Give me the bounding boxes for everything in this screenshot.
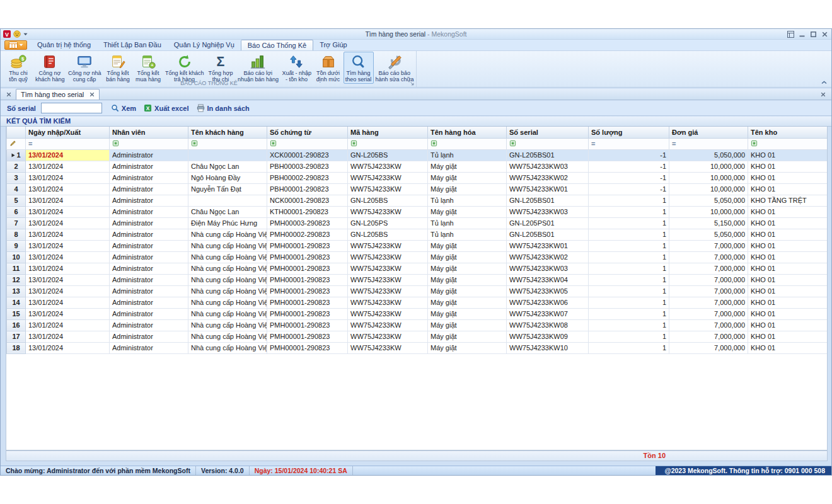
cell[interactable]: 7,000,000 xyxy=(669,342,748,353)
row-number[interactable]: 15 xyxy=(7,308,26,319)
cell[interactable]: 5,050,000 xyxy=(669,195,748,206)
ribbon-button-6[interactable]: Tổng kết kháchtrả hàng xyxy=(163,52,205,84)
cell[interactable]: Nhà cung cấp Hoàng Việt xyxy=(188,319,267,331)
column-header-4[interactable]: Số chứng từ xyxy=(267,127,348,138)
column-header-3[interactable]: Tên khách hàng xyxy=(188,127,267,138)
cell[interactable]: 13/01/2024 xyxy=(26,285,110,297)
cell[interactable]: 7,000,000 xyxy=(669,331,748,342)
column-header-10[interactable]: Tên kho xyxy=(748,127,828,138)
cell[interactable]: 1 xyxy=(589,342,669,353)
cell[interactable]: WW75J4233KW03 xyxy=(507,206,589,217)
cell[interactable]: Nhà cung cấp Hoàng Việt xyxy=(188,229,267,240)
cell[interactable]: Máy giặt xyxy=(428,263,507,274)
table-row[interactable]: 1413/01/2024AdministratorNhà cung cấp Ho… xyxy=(7,297,828,308)
ribbon-tab-3[interactable]: Quản Lý Nghiệp Vụ xyxy=(168,40,241,50)
cell[interactable]: Nhà cung cấp Hoàng Việt xyxy=(188,297,267,308)
cell[interactable]: 5,050,000 xyxy=(669,229,748,240)
cell[interactable]: KHO 01 xyxy=(748,149,828,161)
cell[interactable]: WW75J4233KW xyxy=(348,274,428,285)
cell[interactable]: GN-L205PS01 xyxy=(507,217,589,229)
cell[interactable]: PMH00001-290823 xyxy=(267,285,348,297)
cell[interactable]: WW75J4233KW01 xyxy=(507,240,589,251)
close-icon[interactable] xyxy=(821,31,828,38)
ribbon-tab-5[interactable]: Trợ Giúp xyxy=(313,40,353,50)
cell[interactable]: Điện Máy Phúc Hưng xyxy=(188,217,267,229)
cell[interactable]: PMH00001-290823 xyxy=(267,342,348,353)
table-row[interactable]: 913/01/2024AdministratorNhà cung cấp Hoà… xyxy=(7,240,828,251)
cell[interactable]: Tủ lạnh xyxy=(428,217,507,229)
cell[interactable]: Administrator xyxy=(110,297,188,308)
cell[interactable]: WW75J4233KW xyxy=(348,285,428,297)
cell[interactable]: 13/01/2024 xyxy=(26,331,110,342)
cell[interactable]: Administrator xyxy=(110,263,188,274)
table-row[interactable]: 1513/01/2024AdministratorNhà cung cấp Ho… xyxy=(7,308,828,319)
filter-cell-4[interactable] xyxy=(267,138,348,149)
cell[interactable]: WW75J4233KW03 xyxy=(507,161,589,172)
cell[interactable]: PMH00001-290823 xyxy=(267,308,348,319)
filter-cell-6[interactable] xyxy=(428,138,507,149)
cell[interactable]: 1 xyxy=(589,217,669,229)
cell[interactable]: 13/01/2024 xyxy=(26,161,110,172)
doc-tab-close-icon[interactable] xyxy=(90,92,95,97)
ribbon-button-10[interactable]: Tồn dướiđịnh mức xyxy=(313,52,344,84)
cell[interactable]: Administrator xyxy=(110,331,188,342)
cell[interactable]: Nhà cung cấp Hoàng Việt xyxy=(188,308,267,319)
cell[interactable]: PBH00003-290823 xyxy=(267,161,348,172)
cell[interactable]: WW75J4233KW xyxy=(348,251,428,263)
cell[interactable]: WW75J4233KW06 xyxy=(507,297,589,308)
cell[interactable]: 13/01/2024 xyxy=(26,274,110,285)
cell[interactable]: WW75J4233KW xyxy=(348,161,428,172)
cell[interactable]: 1 xyxy=(589,331,669,342)
cell[interactable]: -1 xyxy=(589,149,669,161)
column-header-2[interactable]: Nhân viên xyxy=(110,127,188,138)
cell[interactable]: Tủ lạnh xyxy=(428,195,507,206)
row-number[interactable]: 3 xyxy=(7,172,26,183)
cell[interactable]: 5,050,000 xyxy=(669,149,748,161)
cell[interactable]: KHO 01 xyxy=(748,183,828,195)
cell[interactable]: 1 xyxy=(589,251,669,263)
minimize-icon[interactable] xyxy=(799,31,806,38)
cell[interactable]: Máy giặt xyxy=(428,251,507,263)
app-menu-button[interactable] xyxy=(4,40,27,50)
row-number[interactable]: 5 xyxy=(7,195,26,206)
table-row[interactable]: 513/01/2024AdministratorNCK00001-290823G… xyxy=(7,195,828,206)
cell[interactable]: KHO 01 xyxy=(748,274,828,285)
cell[interactable]: Máy giặt xyxy=(428,240,507,251)
cell[interactable]: GN-L205BS xyxy=(348,195,428,206)
cell[interactable]: 1 xyxy=(589,297,669,308)
cell[interactable]: KHO 01 xyxy=(748,240,828,251)
ribbon-button-12[interactable]: Báo cáo bảohành sửa chữa xyxy=(374,52,416,84)
filter-cell-3[interactable] xyxy=(188,138,267,149)
ribbon-button-1[interactable]: $Thu chitồn quỹ xyxy=(3,52,33,84)
cell[interactable]: PMH00001-290823 xyxy=(267,240,348,251)
cell[interactable]: 1 xyxy=(589,206,669,217)
ribbon-button-4[interactable]: Tổng kếtbán hàng xyxy=(103,52,133,84)
cell[interactable]: Administrator xyxy=(110,274,188,285)
cell[interactable]: Administrator xyxy=(110,206,188,217)
cell[interactable]: Nhà cung cấp Hoàng Việt xyxy=(188,342,267,353)
filter-cell-1[interactable]: = xyxy=(26,138,110,149)
cell[interactable]: WW75J4233KW03 xyxy=(507,263,589,274)
cell[interactable]: Châu Ngọc Lan xyxy=(188,161,267,172)
column-header-8[interactable]: Số lượng xyxy=(589,127,669,138)
cell[interactable]: GN-L205BS01 xyxy=(507,229,589,240)
column-header-7[interactable]: Số serial xyxy=(507,127,589,138)
cell[interactable]: 7,000,000 xyxy=(669,240,748,251)
cell[interactable]: 13/01/2024 xyxy=(26,308,110,319)
cell[interactable]: Administrator xyxy=(110,240,188,251)
cell[interactable]: -1 xyxy=(589,183,669,195)
cell[interactable]: 1 xyxy=(589,195,669,206)
cell[interactable]: WW75J4233KW08 xyxy=(507,319,589,331)
cell[interactable]: Nhà cung cấp Hoàng Việt xyxy=(188,331,267,342)
cell[interactable]: Máy giặt xyxy=(428,297,507,308)
cell[interactable]: WW75J4233KW xyxy=(348,331,428,342)
serial-input[interactable] xyxy=(41,103,102,113)
cell[interactable]: XCK00001-290823 xyxy=(267,149,348,161)
cell[interactable]: 13/01/2024 xyxy=(26,217,110,229)
cell[interactable]: GN-L205BS01 xyxy=(507,195,589,206)
cell[interactable]: KHO TẦNG TRỆT xyxy=(748,195,828,206)
cell[interactable]: Administrator xyxy=(110,319,188,331)
cell[interactable]: WW75J4233KW xyxy=(348,183,428,195)
cell[interactable]: WW75J4233KW xyxy=(348,263,428,274)
cell[interactable]: Máy giặt xyxy=(428,331,507,342)
